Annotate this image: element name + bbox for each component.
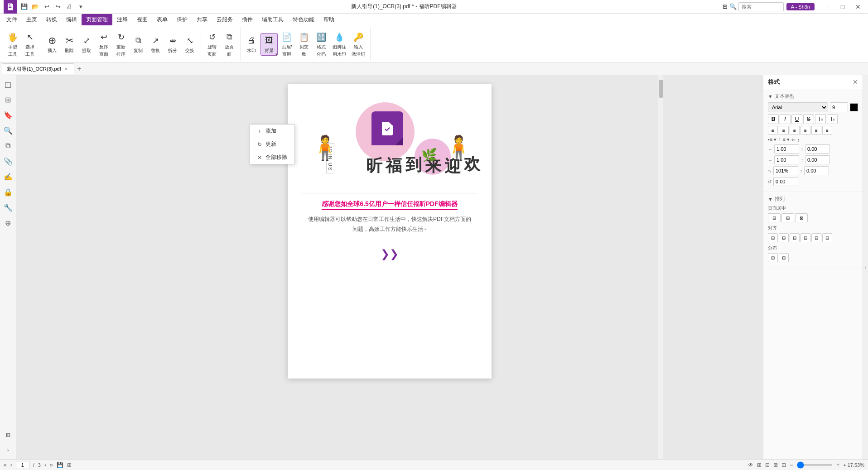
scale-input[interactable] bbox=[773, 166, 798, 175]
sidebar-expand-icon[interactable]: › bbox=[1, 443, 15, 457]
rotate-text-input[interactable] bbox=[773, 177, 798, 186]
center-both-btn[interactable]: ⊠ bbox=[795, 213, 808, 222]
menu-assist[interactable]: 辅助工具 bbox=[257, 14, 288, 25]
align-btn-6[interactable]: ⊟ bbox=[822, 233, 832, 242]
panel-close-btn[interactable]: ✕ bbox=[853, 78, 858, 86]
copy-btn[interactable]: ⧉ 复制 bbox=[130, 34, 146, 55]
qa-open-btn[interactable]: 📂 bbox=[30, 2, 40, 12]
menu-plugin[interactable]: 插件 bbox=[237, 14, 257, 25]
menu-annotation[interactable]: 注释 bbox=[112, 14, 132, 25]
menu-page-manage[interactable]: 页面管理 bbox=[82, 14, 112, 25]
number-list-btn[interactable]: 1.≡ ▾ bbox=[778, 137, 790, 143]
strikethrough-btn[interactable]: S bbox=[803, 114, 814, 124]
view-mode-4[interactable]: ⊡ bbox=[781, 462, 786, 468]
maximize-btn[interactable]: □ bbox=[836, 2, 849, 12]
activate-btn[interactable]: 🔑 输入 激活码 bbox=[349, 30, 367, 59]
document-tab[interactable]: 新人引导(1)_OCR(3).pdf ✕ bbox=[2, 63, 74, 74]
nav-next-btn[interactable]: › bbox=[44, 462, 46, 468]
menu-form[interactable]: 表单 bbox=[152, 14, 172, 25]
menu-special[interactable]: 特色功能 bbox=[288, 14, 319, 25]
page-layout-btn[interactable]: ⊞ bbox=[67, 462, 72, 468]
qa-more-btn[interactable]: ▾ bbox=[76, 2, 86, 12]
delete-btn[interactable]: ✂ 删除 bbox=[61, 34, 77, 55]
layout-section-title[interactable]: ▼ 排列 bbox=[768, 196, 858, 202]
qa-print-btn[interactable]: 🖨 bbox=[64, 2, 74, 12]
indent-decrease-btn[interactable]: ⇐ bbox=[791, 137, 796, 143]
align-btn-1[interactable]: ⊟ bbox=[768, 233, 778, 242]
exchange-btn[interactable]: ⤡ 交换 bbox=[182, 34, 198, 55]
center-v-btn[interactable]: ⊟ bbox=[781, 213, 794, 222]
print-btn[interactable]: 🖨 水印 bbox=[243, 34, 260, 55]
bullet-list-btn[interactable]: •≡ ▾ bbox=[768, 137, 776, 143]
layout-toggle-btn[interactable]: ⊞ bbox=[723, 3, 728, 10]
sidebar-attach-icon[interactable]: 📎 bbox=[1, 154, 15, 168]
view-mode-3[interactable]: ⊠ bbox=[773, 462, 778, 468]
page-number-input[interactable] bbox=[16, 461, 29, 469]
menu-help[interactable]: 帮助 bbox=[319, 14, 339, 25]
center-h-btn[interactable]: ⊟ bbox=[768, 213, 781, 222]
line-spacing-input[interactable] bbox=[774, 144, 799, 153]
tab-close-btn[interactable]: ✕ bbox=[63, 66, 69, 72]
rotate-btn[interactable]: ↺ 旋转 页面 bbox=[204, 30, 220, 59]
reverse-btn[interactable]: ↩ 反序 页面 bbox=[96, 30, 112, 59]
sidebar-security-icon[interactable]: 🔒 bbox=[1, 185, 15, 199]
menu-view[interactable]: 视图 bbox=[132, 14, 152, 25]
select-tool-btn[interactable]: ↖ 选择 工具 bbox=[22, 30, 38, 59]
align-right-btn[interactable]: ≡ bbox=[790, 126, 800, 135]
sidebar-bookmark-icon[interactable]: 🔖 bbox=[1, 108, 15, 122]
qa-save-btn[interactable]: 💾 bbox=[19, 2, 29, 12]
dropdown-remove-all-item[interactable]: ✕ 全部移除 bbox=[250, 151, 294, 164]
scrollbar-thumb[interactable] bbox=[659, 80, 663, 98]
eye-view-btn[interactable]: 👁 bbox=[748, 462, 753, 468]
replace-btn[interactable]: ↗ 替换 bbox=[147, 34, 164, 55]
align-btn-2[interactable]: ⊟ bbox=[779, 233, 789, 242]
underline-btn[interactable]: U bbox=[791, 114, 802, 124]
menu-protect[interactable]: 保护 bbox=[172, 14, 192, 25]
indent-increase-btn[interactable]: ↑ bbox=[797, 137, 800, 143]
para-spacing-input[interactable] bbox=[805, 155, 830, 164]
subscript-btn[interactable]: Ts bbox=[827, 114, 838, 124]
vertical-scrollbar[interactable] bbox=[658, 75, 663, 459]
background-dropdown-btn[interactable]: ▾ bbox=[275, 52, 278, 57]
nav-first-btn[interactable]: « bbox=[4, 462, 7, 468]
dropdown-update-item[interactable]: ↻ 更新 bbox=[250, 138, 294, 151]
menu-edit[interactable]: 编辑 bbox=[62, 14, 82, 25]
sidebar-layers-icon[interactable]: ⧉ bbox=[1, 139, 15, 153]
bates-btn[interactable]: 📋 贝茨 数 bbox=[296, 30, 312, 59]
distribute-btn-2[interactable]: ⊟ bbox=[779, 253, 789, 262]
right-panel-expand-btn[interactable]: ‹ bbox=[863, 75, 868, 459]
split-btn[interactable]: ⤄ 拆分 bbox=[164, 34, 181, 55]
format-code-btn[interactable]: 🔠 格式 化码 bbox=[313, 30, 329, 59]
align-justify-btn[interactable]: ≡ bbox=[800, 126, 810, 135]
hand-tool-btn[interactable]: 🖐 手型 工具 bbox=[5, 30, 21, 59]
italic-btn[interactable]: I bbox=[780, 114, 791, 124]
font-color-swatch[interactable] bbox=[850, 103, 858, 111]
distribute-btn-1[interactable]: ⊟ bbox=[768, 253, 778, 262]
watermark-btn[interactable]: 💧 图脚注 用水印 bbox=[330, 30, 348, 59]
insert-btn[interactable]: ⊕ 插入 bbox=[44, 34, 60, 55]
zoom-slider[interactable] bbox=[796, 464, 833, 466]
extract-btn[interactable]: ⤢ 提取 bbox=[78, 34, 95, 55]
save-page-btn[interactable]: 💾 bbox=[57, 462, 63, 468]
sidebar-bottom-icon[interactable]: ⧈ bbox=[1, 427, 15, 442]
menu-share[interactable]: 共享 bbox=[192, 14, 212, 25]
align-btn-4[interactable]: ⊟ bbox=[800, 233, 810, 242]
sidebar-stamp-icon[interactable]: ⊕ bbox=[1, 216, 15, 230]
bold-btn[interactable]: B bbox=[768, 114, 779, 124]
font-size-input[interactable] bbox=[830, 102, 848, 112]
minimize-btn[interactable]: − bbox=[821, 2, 834, 12]
view-mode-1[interactable]: ⊞ bbox=[757, 462, 762, 468]
dropdown-add-item[interactable]: + 添加 bbox=[250, 125, 294, 138]
char-spacing-input[interactable] bbox=[805, 144, 830, 153]
align-left-btn[interactable]: ≡ bbox=[768, 126, 778, 135]
search-input[interactable] bbox=[738, 2, 784, 11]
resize-btn[interactable]: ⧉ 放页 面 bbox=[221, 30, 237, 59]
menu-home[interactable]: 主页 bbox=[22, 14, 42, 25]
align-top-btn[interactable]: ≡ bbox=[811, 126, 821, 135]
align-btn-5[interactable]: ⊟ bbox=[811, 233, 821, 242]
close-btn[interactable]: ✕ bbox=[852, 2, 864, 12]
nav-prev-btn[interactable]: ‹ bbox=[10, 462, 12, 468]
sidebar-search-icon[interactable]: 🔍 bbox=[1, 123, 15, 138]
sidebar-tools-icon[interactable]: 🔧 bbox=[1, 200, 15, 215]
search-btn[interactable]: 🔍 bbox=[729, 3, 737, 10]
